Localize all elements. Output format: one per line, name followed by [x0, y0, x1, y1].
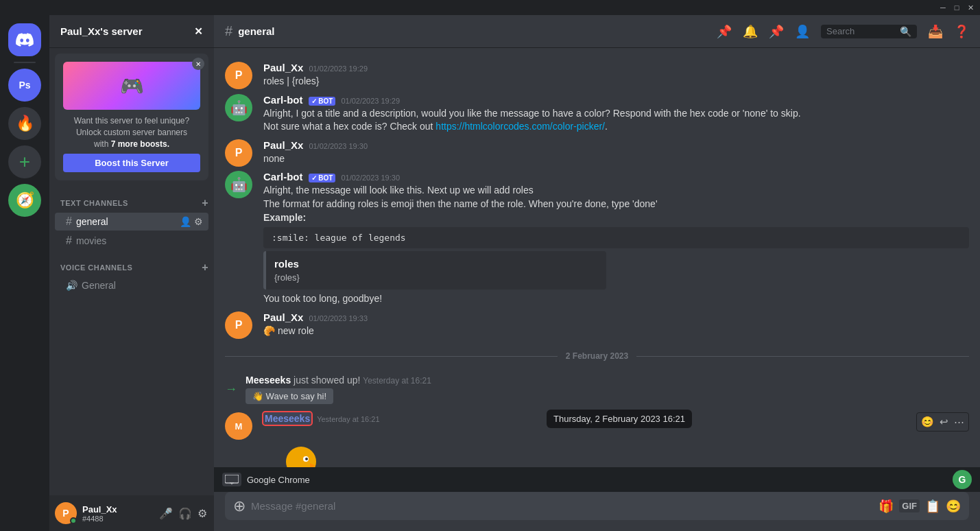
screenshare-bar: Google Chrome G — [214, 467, 980, 492]
screenshare-circle: G — [953, 470, 972, 489]
message-content: Paul_Xx 01/02/2023 19:30 none — [263, 139, 969, 166]
volume-icon: 🔊 — [66, 280, 77, 291]
members-icon[interactable]: 👤 — [795, 24, 810, 39]
divider-line — [636, 356, 969, 357]
notification-icon[interactable]: 🔔 — [743, 24, 758, 39]
add-attachment-button[interactable]: ⊕ — [233, 497, 246, 515]
gif-icon[interactable]: GIF — [899, 499, 920, 512]
embed-desc: {roles} — [274, 272, 598, 283]
channel-name: movies — [76, 235, 203, 246]
search-icon: 🔍 — [900, 26, 911, 37]
message-time: 01/02/2023 19:30 — [341, 174, 400, 182]
join-text: just showed up! — [294, 375, 360, 386]
more-options-button[interactable]: ⋯ — [953, 414, 966, 429]
join-time: Yesterday at 16:21 — [363, 376, 431, 386]
meeseeks-image — [263, 429, 969, 467]
message-input[interactable] — [251, 492, 873, 520]
server-icon-add[interactable]: + — [8, 145, 41, 178]
message-author[interactable]: Carl-bot — [263, 94, 303, 106]
titlebar: ─ □ ✕ — [0, 0, 980, 15]
wave-button[interactable]: 👋 Wave to say hi! — [246, 388, 333, 404]
sticker-icon[interactable]: 📋 — [925, 499, 940, 514]
promo-image: 🎮 — [63, 62, 200, 110]
header-actions: 📌 🔔 📌 👤 🔍 📥 ❓ — [717, 24, 969, 39]
reply-button[interactable]: ↩ — [938, 414, 950, 429]
add-channel-button[interactable]: + — [202, 197, 208, 209]
emoji-icon[interactable]: 😊 — [946, 499, 961, 514]
server-icon-fire[interactable]: 🔥 — [8, 107, 41, 140]
channel-hash: # — [225, 23, 232, 39]
message-header: Paul_Xx 01/02/2023 19:29 — [263, 62, 969, 73]
channel-name: general — [76, 216, 176, 227]
screenshare-app-name: Google Chrome — [247, 475, 947, 485]
hex-code-link[interactable]: https://htmlcolorcodes.com/color-picker/ — [435, 121, 605, 132]
message-author[interactable]: Paul_Xx — [263, 62, 303, 73]
message-header: Carl-bot ✓ BOT 01/02/2023 19:29 — [263, 94, 969, 106]
svg-point-3 — [305, 458, 308, 460]
message-header: Carl-bot ✓ BOT 01/02/2023 19:30 — [263, 171, 969, 182]
message-author[interactable]: Paul_Xx — [263, 139, 303, 151]
message-author[interactable]: Carl-bot — [263, 171, 303, 182]
mute-button[interactable]: 🎤 — [158, 506, 174, 521]
inbox-icon[interactable]: 📥 — [928, 24, 943, 39]
system-text: Meeseeks just showed up! Yesterday at 16… — [246, 375, 431, 404]
channel-hash-icon: # — [66, 215, 72, 228]
user-info: Paul_Xx #4488 — [82, 504, 152, 523]
pin-icon[interactable]: 📌 — [769, 24, 784, 39]
meeseeks-username[interactable]: Meeseeks — [263, 412, 311, 425]
username: Paul_Xx — [82, 504, 152, 515]
chat-main: # general 📌 🔔 📌 👤 🔍 📥 ❓ P — [214, 15, 980, 531]
message-group: P Paul_Xx 01/02/2023 19:33 🥐 new role — [214, 309, 980, 341]
voice-channels-header: VOICE CHANNELS + — [49, 250, 214, 276]
bot-badge: ✓ BOT — [309, 97, 336, 106]
deafen-button[interactable]: 🎧 — [177, 506, 193, 521]
voice-item-general[interactable]: 🔊 General — [55, 277, 208, 294]
screenshare-icon — [222, 473, 241, 486]
chat-header: # general 📌 🔔 📌 👤 🔍 📥 ❓ — [214, 15, 980, 48]
message-avatar: 🤖 — [225, 94, 252, 121]
message-time: 01/02/2023 19:30 — [309, 142, 368, 150]
embed-box: roles {roles} — [263, 251, 606, 290]
minimize-button[interactable]: ─ — [939, 3, 947, 12]
message-header: Paul_Xx 01/02/2023 19:30 — [263, 139, 969, 151]
settings-icon[interactable]: ⚙ — [194, 216, 203, 227]
add-member-icon[interactable]: 👤 — [180, 216, 191, 227]
message-actions: 😊 ↩ ⋯ — [916, 412, 969, 432]
channel-item-movies[interactable]: # movies — [55, 232, 208, 250]
message-content: Carl-bot ✓ BOT 01/02/2023 19:30 Alright,… — [263, 171, 969, 305]
code-block: :smile: league of legends — [263, 227, 969, 248]
server-divider — [14, 62, 36, 63]
gift-icon[interactable]: 🎁 — [879, 499, 894, 514]
channel-hash-icon: # — [66, 235, 72, 247]
user-panel: P Paul_Xx #4488 🎤 🎧 ⚙ — [49, 495, 214, 531]
close-button[interactable]: ✕ — [966, 3, 975, 12]
promo-close-button[interactable]: ✕ — [192, 58, 204, 70]
search-box[interactable]: 🔍 — [821, 25, 917, 38]
server-icon-explore[interactable]: 🧭 — [8, 184, 41, 217]
message-time: Yesterday at 16:21 — [317, 415, 379, 423]
server-icon-discord[interactable] — [8, 23, 41, 56]
server-icon-ps[interactable]: Ps — [8, 69, 41, 102]
chat-messages: P Paul_Xx 01/02/2023 19:29 roles | {role… — [214, 48, 980, 467]
channel-item-general[interactable]: # general 👤 ⚙ — [55, 213, 208, 231]
meeseeks-message-group: M Meeseeks Yesterday at 16:21 — [214, 410, 980, 467]
add-voice-button[interactable]: + — [202, 261, 208, 274]
server-header[interactable]: Paul_Xx's server ✕ — [49, 15, 214, 48]
embed-title: roles — [274, 258, 598, 270]
react-button[interactable]: 😊 — [920, 414, 935, 429]
help-icon[interactable]: ❓ — [954, 24, 969, 39]
message-group: P Paul_Xx 01/02/2023 19:29 roles | {role… — [214, 59, 980, 91]
message-group: 🤖 Carl-bot ✓ BOT 01/02/2023 19:29 Alrigh… — [214, 91, 980, 137]
date-label: 2 February 2023 — [558, 351, 636, 361]
server-dropdown-icon: ✕ — [194, 25, 203, 38]
boost-button[interactable]: Boost this Server — [63, 154, 200, 172]
maximize-button[interactable]: □ — [953, 3, 961, 12]
message-author[interactable]: Paul_Xx — [263, 311, 303, 323]
message-text: 🥐 new role — [263, 324, 969, 338]
message-text: Alright, the message will look like this… — [263, 184, 969, 224]
message-footer: You took too long, goodbye! — [263, 292, 969, 306]
threads-icon[interactable]: 📌 — [717, 24, 732, 39]
user-settings-button[interactable]: ⚙ — [196, 506, 208, 521]
search-input[interactable] — [826, 26, 896, 36]
timestamp-tooltip: Thursday, 2 February 2023 16:21 — [547, 410, 692, 428]
